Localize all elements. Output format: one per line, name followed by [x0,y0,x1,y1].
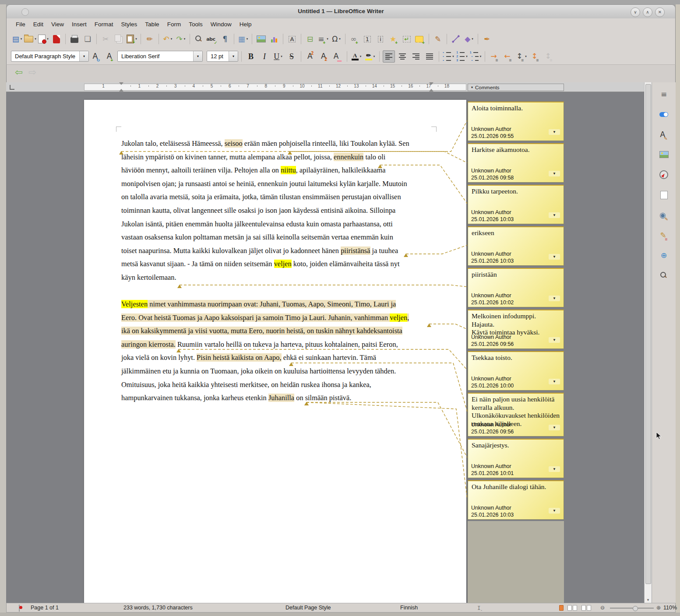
text-line[interactable]: läheisin ympäristö on kivinen tanner, mu… [121,151,409,164]
font-color-button-dropdown-icon[interactable]: ▾ [360,55,362,58]
menu-form[interactable]: Form [163,20,185,29]
comments-header[interactable]: ▾ Comments [468,84,564,91]
book-view-icon[interactable] [581,605,591,611]
show-draw-functions-button[interactable]: ✒ [481,33,493,45]
outline-list-button-dropdown-icon[interactable]: ▾ [480,55,482,58]
text-line[interactable]: Omituisuus, joka heitä kaikkia yhteisest… [121,378,409,392]
text-line[interactable]: Jukolan isäntä, pitäen enemmän huolta jä… [121,218,409,231]
zoom-slider[interactable] [610,608,654,609]
align-justify-button[interactable] [423,50,436,63]
find-replace-button[interactable] [193,33,205,45]
align-right-button[interactable] [410,50,422,63]
increase-indent-button[interactable]: →≡ [488,50,500,63]
bold-button[interactable]: B [245,50,257,63]
insert-hyperlink-button[interactable]: ∞+ [348,33,360,45]
outline-list-button[interactable]: 1••▾ [469,50,482,63]
save-button-dropdown-icon[interactable]: ▾ [47,37,49,41]
menu-styles[interactable]: Styles [117,20,141,29]
navigator-deck-icon[interactable] [657,168,671,181]
text-line[interactable]: Eero. Ovat heistä Tuomas ja Aapo kaksois… [121,311,409,325]
comment-note[interactable]: Pilkku tarpeeton.Unknown Author25.01.202… [468,185,564,224]
subscript-button[interactable]: A2 [318,50,330,63]
comment-menu-icon[interactable]: ▼ [549,337,560,343]
vertical-scrollbar[interactable]: ▾ [644,82,652,603]
align-center-button[interactable] [396,50,409,63]
text-line[interactable]: käyn kertoilemaan. [121,271,409,285]
menu-view[interactable]: View [47,20,68,29]
comment-text[interactable]: Pilkku tarpeeton. [468,186,564,196]
text-line[interactable]: toiset naapurinsa. Mutta kaikki kulovalk… [121,244,409,258]
comment-menu-icon[interactable]: ▼ [549,425,560,430]
find-deck-icon[interactable] [657,269,671,282]
comment-note[interactable]: piiristäänUnknown Author25.01.2026 10:02… [468,268,564,307]
title-bar[interactable]: Untitled 1 — LibreOffice Writer ∨ ∧ ✕ [6,4,676,18]
comment-text[interactable]: Aloita toiminnalla. [468,102,564,113]
navigate-back-button[interactable]: ⇦ [15,67,23,77]
comment-note[interactable]: Ota Juhanille dialogi tähän.Unknown Auth… [468,480,564,520]
insert-table-button-dropdown-icon[interactable]: ▾ [247,37,248,41]
zoom-in-icon[interactable]: ⊕ [656,605,661,611]
update-style-button[interactable]: A↻ [90,50,102,63]
text-line[interactable]: ikä on kaksikymmentä ja viisi vuotta, mu… [121,324,409,338]
open-button[interactable]: ▾ [24,33,36,45]
special-character-button-dropdown-icon[interactable]: ▾ [339,37,341,41]
text-line[interactable]: on talolla avaria metsiä, soita ja eräma… [121,190,409,204]
text-line[interactable]: toiminnan kautta, olivat langenneet sill… [121,204,409,218]
comment-note[interactable]: erikseenUnknown Author25.01.2026 10:03▼ [468,226,564,266]
undo-button[interactable]: ↶▾ [162,33,174,45]
right-indent-marker-bottom[interactable] [429,89,433,92]
paste-button[interactable]: ▾ [126,33,138,45]
save-button[interactable]: ▾ [37,33,49,45]
sidebar-settings-icon[interactable]: ≡ [657,88,671,101]
status-page-style[interactable]: Default Page Style [285,605,331,611]
right-indent-marker-top[interactable] [429,82,433,85]
insert-comment-button[interactable]: + [414,33,426,45]
comment-note[interactable]: Melkoinen infodumppi. Hajauta.Käytä toim… [468,310,564,349]
close-button[interactable]: ✕ [655,7,665,17]
first-line-indent-marker[interactable] [119,89,123,92]
minimize-button[interactable]: ∨ [631,7,640,17]
comment-note[interactable]: Tsekkaa toisto.Unknown Author25.01.2026 … [468,351,564,391]
insert-cross-reference-button[interactable]: ↵ [401,33,413,45]
status-language[interactable]: Finnish [400,605,418,611]
tab-stop-selector-icon[interactable] [10,85,14,90]
comment-text[interactable]: piiristään [468,269,564,279]
selection-mode-icon[interactable]: I˯ [477,605,483,612]
manage-changes-deck-icon[interactable]: ✎≡ [657,229,671,242]
font-color-button[interactable]: A▾ [350,50,363,63]
comment-note[interactable]: Ei näin paljon uusia henkilöitäkerralla … [468,393,564,436]
menu-tools[interactable]: Tools [185,20,207,29]
left-indent-marker[interactable] [119,82,123,85]
insert-textbox-button[interactable]: A [286,33,298,45]
comment-text[interactable]: Ota Juhanille dialogi tähän. [468,481,564,491]
single-page-view-icon[interactable] [559,605,564,611]
text-line[interactable]: jälkimmäinen etu ja kunnia on Tuomaan, j… [121,365,409,378]
menu-file[interactable]: File [12,20,29,29]
decrease-indent-button[interactable]: ←≡ [502,50,514,63]
text-line[interactable]: joka vielä on kovin lyhyt. Pisin heistä … [121,351,409,365]
comment-menu-icon[interactable]: ▼ [549,254,560,260]
horizontal-ruler[interactable]: 1234567891011121314151617181 ▾ Comments [6,82,644,92]
insert-footnote-button[interactable]: 1 [361,33,373,45]
clone-formatting-button[interactable]: ✏ [144,33,156,45]
menu-help[interactable]: Help [236,20,256,29]
undo-button-dropdown-icon[interactable]: ▾ [171,37,173,41]
redo-button-dropdown-icon[interactable]: ▾ [184,37,186,41]
scrollbar-thumb[interactable] [645,84,651,584]
accessibility-check-deck-icon[interactable]: ⊕ [657,249,671,262]
basic-shapes-button[interactable]: ◆▾ [463,33,475,45]
insert-field-button[interactable]: ≡+▾ [317,33,329,45]
insert-chart-button[interactable] [268,33,280,45]
comment-menu-icon[interactable]: ▼ [549,296,560,301]
insert-image-button[interactable] [255,33,267,45]
menu-window[interactable]: Window [207,20,236,29]
new-document-button[interactable]: ▤▾ [11,33,23,45]
menu-insert[interactable]: Insert [68,20,91,29]
maximize-button[interactable]: ∧ [643,7,652,17]
menu-format[interactable]: Format [91,20,117,29]
status-word-count[interactable]: 233 words, 1,730 characters [123,605,193,611]
comment-note[interactable]: Harkitse aikamuotoa.Unknown Author25.01.… [468,143,564,183]
comment-menu-icon[interactable]: ▼ [549,466,560,472]
underline-button-dropdown-icon[interactable]: ▾ [281,55,282,58]
gallery-deck-icon[interactable] [657,148,671,161]
